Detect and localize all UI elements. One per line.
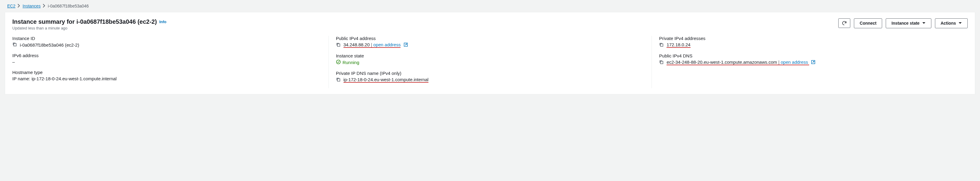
chevron-right-icon — [43, 3, 45, 8]
field-label: Private IP DNS name (IPv4 only) — [336, 70, 644, 76]
refresh-button[interactable] — [838, 18, 850, 28]
svg-rect-6 — [660, 61, 663, 63]
private-ipv4-value: 172.18.0.24 — [667, 42, 690, 48]
copy-icon[interactable] — [12, 42, 17, 48]
details-col-3: Private IPv4 addresses 172.18.0.24 Publi… — [652, 36, 975, 88]
field-hostname-type: Hostname type IP name: ip-172-18-0-24.eu… — [12, 70, 321, 81]
copy-icon[interactable] — [336, 77, 340, 83]
instance-id-value: i-0a0687f18be53a046 (ec2-2) — [20, 42, 79, 48]
chevron-right-icon — [18, 3, 20, 8]
copy-icon[interactable] — [659, 60, 663, 65]
caret-down-icon — [958, 22, 962, 24]
field-private-ipv4: Private IPv4 addresses 172.18.0.24 — [659, 36, 968, 48]
actions-button[interactable]: Actions — [935, 18, 968, 28]
instance-summary-panel: Instance summary for i-0a0687f18be53a046… — [5, 12, 975, 95]
details-col-2: Public IPv4 address 34.248.88.20 | open … — [328, 36, 652, 88]
field-instance-state: Instance state Running — [336, 53, 644, 65]
details-col-1: Instance ID i-0a0687f18be53a046 (ec2-2) … — [5, 36, 328, 88]
private-dns-value: ip-172-18-0-24.eu-west-1.compute.interna… — [344, 77, 428, 83]
svg-rect-4 — [337, 78, 340, 81]
field-label: Hostname type — [12, 70, 321, 75]
open-address-link[interactable]: open address — [781, 59, 808, 65]
open-address-link[interactable]: open address — [374, 42, 401, 47]
svg-rect-5 — [660, 43, 663, 46]
field-label: Public IPv4 address — [336, 36, 644, 41]
copy-icon[interactable] — [336, 42, 340, 48]
field-label: Public IPv4 DNS — [659, 53, 968, 58]
instance-state-label: Instance state — [891, 21, 920, 26]
panel-header: Instance summary for i-0a0687f18be53a046… — [5, 12, 975, 34]
connect-label: Connect — [860, 21, 877, 26]
field-label: IPv6 address — [12, 53, 321, 58]
field-label: Instance state — [336, 53, 644, 58]
field-public-ipv4: Public IPv4 address 34.248.88.20 | open … — [336, 36, 644, 48]
caret-down-icon — [922, 22, 926, 24]
field-instance-id: Instance ID i-0a0687f18be53a046 (ec2-2) — [12, 36, 321, 48]
svg-rect-0 — [14, 43, 16, 46]
ipv6-value: – — [12, 59, 321, 64]
breadcrumb: EC2 Instances i-0a0687f18be53a046 — [0, 0, 980, 12]
actions-label: Actions — [941, 21, 956, 26]
external-link-icon[interactable] — [404, 42, 408, 48]
field-public-dns: Public IPv4 DNS ec2-34-248-88-20.eu-west… — [659, 53, 968, 65]
details-grid: Instance ID i-0a0687f18be53a046 (ec2-2) … — [5, 34, 975, 94]
field-ipv6: IPv6 address – — [12, 53, 321, 64]
refresh-icon — [842, 21, 847, 26]
field-label: Instance ID — [12, 36, 321, 41]
breadcrumb-instances[interactable]: Instances — [22, 3, 41, 8]
separator: | — [371, 42, 373, 47]
instance-state-value: Running — [342, 60, 360, 65]
svg-rect-1 — [337, 43, 340, 46]
hostname-type-value: IP name: ip-172-18-0-24.eu-west-1.comput… — [12, 76, 116, 81]
external-link-icon[interactable] — [811, 60, 816, 65]
instance-state-button[interactable]: Instance state — [886, 18, 931, 28]
copy-icon[interactable] — [659, 42, 663, 48]
check-circle-icon — [336, 59, 341, 65]
page-title: Instance summary for i-0a0687f18be53a046… — [12, 18, 157, 25]
connect-button[interactable]: Connect — [854, 18, 882, 28]
field-label: Private IPv4 addresses — [659, 36, 968, 41]
breadcrumb-ec2[interactable]: EC2 — [7, 3, 15, 8]
last-updated: Updated less than a minute ago — [12, 26, 166, 30]
breadcrumb-current: i-0a0687f18be53a046 — [48, 3, 89, 8]
public-ipv4-value: 34.248.88.20 — [344, 42, 370, 47]
field-private-dns: Private IP DNS name (IPv4 only) ip-172-1… — [336, 70, 644, 83]
info-link[interactable]: Info — [159, 19, 166, 24]
header-actions: Connect Instance state Actions — [838, 18, 968, 28]
public-dns-value: ec2-34-248-88-20.eu-west-1.compute.amazo… — [667, 59, 777, 65]
